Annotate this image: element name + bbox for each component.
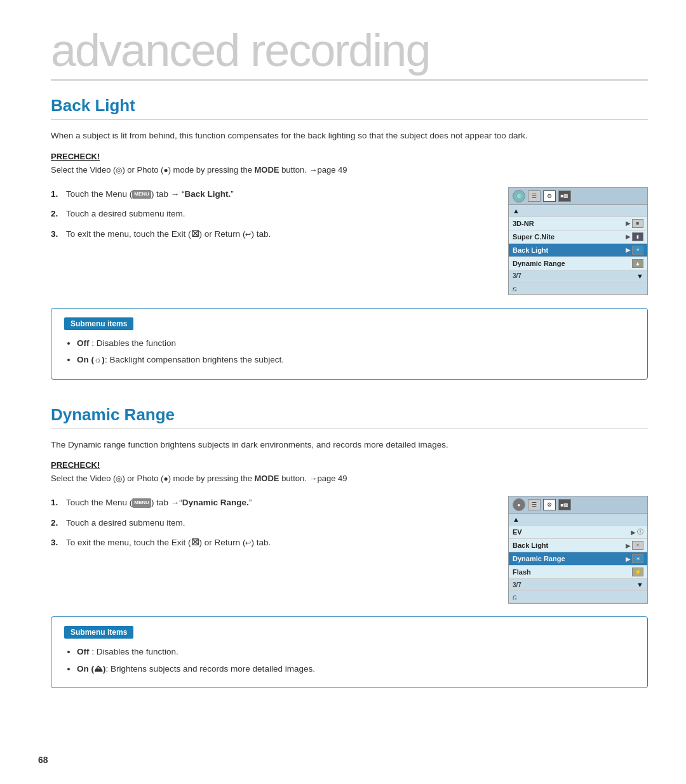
menu2-header-icons: ● ☰ ⚙ ■▩ (513, 498, 571, 511)
step2-item2: 2. Touch a desired submenu item. (51, 516, 489, 530)
menu2-icon-list: ☰ (528, 499, 541, 510)
section1-steps-list: 1. Touch the Menu (MENU) tab → “Back Lig… (51, 187, 489, 248)
section2-steps-list: 1. Touch the Menu (MENU) tab →“Dynamic R… (51, 496, 489, 556)
menu2-return-row: ⎌ (509, 591, 647, 603)
section1-submenu-item-on: On (☼): Backlight compensation brightens… (77, 353, 635, 367)
section1-submenu-box: Submenu items Off : Disables the functio… (51, 308, 648, 380)
section1-precheck-label: PRECHECK! (51, 152, 648, 161)
section1-submenu-item-off: Off : Disables the function (77, 336, 635, 350)
menu2-row-backlight: Back Light ▶ ☀ (509, 539, 647, 552)
menu2-row-dynrange: Dynamic Range ▶ ☀ (509, 552, 647, 566)
section1-submenu-list: Off : Disables the function On (☼): Back… (64, 336, 635, 367)
section2-submenu-item-off: Off : Disables the function. (77, 645, 635, 659)
menu1-row-backlight: Back Light ▶ ☀ (509, 244, 647, 257)
section2-steps-row: 1. Touch the Menu (MENU) tab →“Dynamic R… (51, 496, 648, 604)
section2-heading: Dynamic Range (51, 405, 648, 429)
menu1-row-3dnr: 3D-NR ▶ ■ (509, 217, 647, 230)
menu1-header-icons: ◎ ☰ ⚙ ■▩ (513, 190, 571, 203)
menu1-nav-up: ▲ (509, 205, 647, 217)
menu1-icon-gear: ⚙ (543, 190, 556, 202)
menu1-header: ◎ ☰ ⚙ ■▩ (509, 188, 647, 205)
menu1-row-supercnite: Super C.Nite ▶ ▮ (509, 230, 647, 244)
section2-submenu-box: Submenu items Off : Disables the functio… (51, 616, 648, 688)
menu2-row-flash: Flash ⚡ (509, 566, 647, 579)
step1-item1: 1. Touch the Menu (MENU) tab → “Back Lig… (51, 187, 489, 201)
section-dynamic-range: Dynamic Range The Dynamic range function… (51, 405, 648, 689)
menu2-icon-gear: ⚙ (543, 499, 556, 510)
menu2-nav-indicator: 3/7 ▼ (509, 579, 647, 591)
step2-item1: 1. Touch the Menu (MENU) tab →“Dynamic R… (51, 496, 489, 510)
step1-item2: 2. Touch a desired submenu item. (51, 207, 489, 221)
section-back-light: Back Light When a subject is lit from be… (51, 96, 648, 380)
section2-precheck-label: PRECHECK! (51, 460, 648, 470)
menu2-nav-up: ▲ (509, 514, 647, 526)
section2-precheck-text: Select the Video (◎) or Photo (●) mode b… (51, 472, 648, 486)
menu1-nav-indicator: 3/7 ▼ (509, 270, 647, 282)
section1-precheck-text: Select the Video (◎) or Photo (●) mode b… (51, 164, 648, 177)
section2-submenu-list: Off : Disables the function. On (⛰): Bri… (64, 645, 635, 675)
menu1-icon-video: ◎ (513, 190, 525, 203)
section2-menu-mockup: ● ☰ ⚙ ■▩ ▲ EV ▶ Ⓘ Back Light ▶ ☀ Dynami (508, 496, 648, 604)
menu1-row-dynrange: Dynamic Range ▲ (509, 257, 647, 270)
menu2-icon-extra: ■▩ (558, 499, 571, 510)
section1-description: When a subject is lit from behind, this … (51, 129, 648, 143)
section2-submenu-item-on: On (⛰): Brightens subjects and records m… (77, 662, 635, 676)
section2-submenu-title: Submenu items (64, 626, 133, 639)
menu2-header: ● ☰ ⚙ ■▩ (509, 496, 647, 514)
menu1-icon-extra: ■▩ (558, 190, 571, 202)
menu1-icon-list: ☰ (528, 190, 541, 202)
menu2-row-ev: EV ▶ Ⓘ (509, 526, 647, 539)
menu2-icon-photo: ● (513, 498, 525, 511)
section1-submenu-title: Submenu items (64, 317, 133, 330)
page-number: 68 (38, 755, 48, 765)
menu1-return-row: ⎌ (509, 282, 647, 295)
section1-heading: Back Light (51, 96, 648, 120)
section1-steps-row: 1. Touch the Menu (MENU) tab → “Back Lig… (51, 187, 648, 295)
step1-item3: 3. To exit the menu, touch the Exit (☒) … (51, 227, 489, 241)
section1-menu-mockup: ◎ ☰ ⚙ ■▩ ▲ 3D-NR ▶ ■ Super C.Nite ▶ ▮ (508, 187, 648, 295)
page-title: advanced recording (51, 25, 648, 81)
step2-item3: 3. To exit the menu, touch the Exit (☒) … (51, 536, 489, 550)
section2-description: The Dynamic range function brightens sub… (51, 438, 648, 452)
